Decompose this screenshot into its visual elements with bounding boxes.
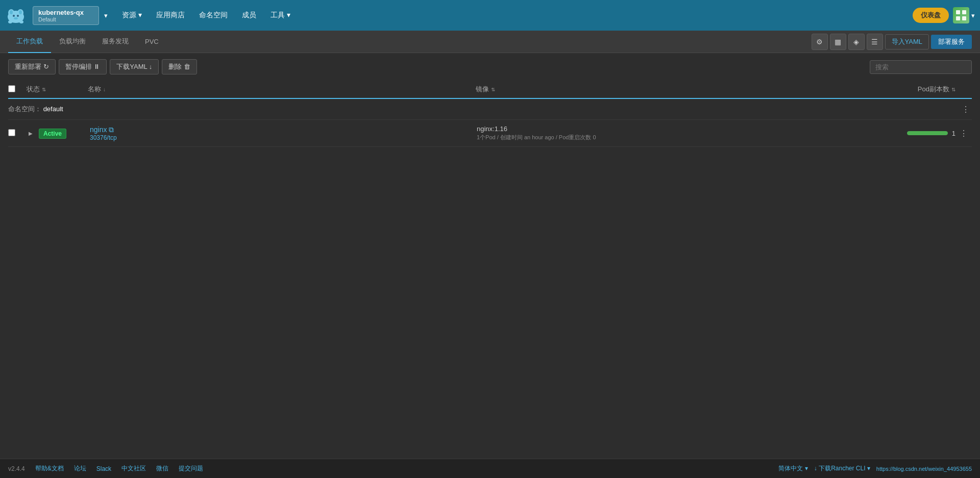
svg-point-4 xyxy=(19,10,22,14)
expand-icon[interactable]: ▶ xyxy=(27,129,35,137)
footer-issues-link[interactable]: 提交问题 xyxy=(179,464,203,473)
row-image-cell: nginx:1.16 1个Pod / 创建时间 an hour ago / Po… xyxy=(477,125,864,141)
group-label: 命名空间： default xyxy=(8,105,63,114)
logo-icon xyxy=(5,6,27,25)
svg-rect-11 xyxy=(962,10,966,14)
status-sort-icon[interactable]: ⇅ xyxy=(42,87,46,92)
footer-right: 简体中文 ▾ ↓ 下载Rancher CLI ▾ https://blog.cs… xyxy=(778,464,972,473)
user-avatar[interactable] xyxy=(953,7,969,23)
tab-service-discovery[interactable]: 服务发现 xyxy=(94,31,137,53)
nav-tools[interactable]: 工具 ▾ xyxy=(264,8,297,23)
footer-forum-link[interactable]: 论坛 xyxy=(74,464,86,473)
replica-count: 1 xyxy=(952,130,955,137)
redeploy-button[interactable]: 重新部署 ↻ xyxy=(8,59,56,74)
user-dropdown-icon[interactable]: ▾ xyxy=(971,12,975,19)
row-name-cell: nginx ⧉ 30376/tcp xyxy=(88,125,477,141)
svg-point-3 xyxy=(10,10,13,14)
row-status-cell: Active xyxy=(39,130,88,137)
footer-community-link[interactable]: 中文社区 xyxy=(121,464,146,473)
footer-url: https://blog.csdn.net/weixin_44953655 xyxy=(876,466,972,472)
image-sort-icon[interactable]: ⇅ xyxy=(491,87,495,92)
delete-label: 删除 🗑 xyxy=(168,62,190,71)
th-status: 状态 ⇅ xyxy=(27,85,88,94)
group-row-default: 命名空间： default ⋮ xyxy=(8,99,972,120)
deploy-service-button[interactable]: 部署服务 xyxy=(931,35,972,49)
delete-button[interactable]: 删除 🗑 xyxy=(162,59,197,74)
th-image: 镜像 ⇅ xyxy=(476,85,864,94)
cluster-selector-wrapper: kubernetes-qx Default ▾ xyxy=(33,6,108,25)
search-input[interactable] xyxy=(870,60,972,74)
svg-rect-10 xyxy=(956,10,960,14)
svg-rect-12 xyxy=(956,16,960,20)
import-yaml-button[interactable]: 导入YAML xyxy=(885,34,929,49)
image-name: nginx:1.16 xyxy=(477,125,864,133)
toolbar: 重新部署 ↻ 暂停编排 ⏸ 下载YAML ↓ 删除 🗑 xyxy=(0,53,980,81)
th-name: 名称 ↓ xyxy=(88,85,476,94)
image-meta: 1个Pod / 创建时间 an hour ago / Pod重启次数 0 xyxy=(477,134,864,141)
tab-pvc[interactable]: PVC xyxy=(137,32,167,53)
table-row: ▶ Active nginx ⧉ 30376/tcp nginx:1.16 1个… xyxy=(8,120,972,147)
svg-point-8 xyxy=(8,20,12,23)
dashboard-button[interactable]: 仪表盘 xyxy=(913,8,949,23)
nav-resources[interactable]: 资源 ▾ xyxy=(116,8,148,23)
pause-button[interactable]: 暂停编排 ⏸ xyxy=(59,59,107,74)
cluster-selector[interactable]: kubernetes-qx Default xyxy=(33,6,99,25)
service-name-text[interactable]: nginx xyxy=(90,125,107,134)
replicas-progress-bar xyxy=(907,131,948,135)
pause-label: 暂停编排 ⏸ xyxy=(65,62,101,71)
row-checkbox-cell xyxy=(8,129,27,138)
tab-loadbalancer[interactable]: 负载均衡 xyxy=(51,31,94,53)
nav-appstore[interactable]: 应用商店 xyxy=(150,8,191,23)
footer: v2.4.4 帮助&文档 论坛 Slack 中文社区 微信 提交问题 简体中文 … xyxy=(0,459,980,478)
table-header: 状态 ⇅ 名称 ↓ 镜像 ⇅ Pod副本数 ⇅ xyxy=(8,81,972,99)
row-checkbox[interactable] xyxy=(8,129,15,136)
svg-rect-13 xyxy=(962,16,966,20)
download-yaml-button[interactable]: 下载YAML ↓ xyxy=(110,59,159,74)
list-icon-btn[interactable]: ☰ xyxy=(867,34,883,50)
th-replicas: Pod副本数 ⇅ xyxy=(864,85,955,94)
settings-icon-btn[interactable]: ⚙ xyxy=(812,34,828,50)
nav-namespace[interactable]: 命名空间 xyxy=(193,8,234,23)
replicas-progress-fill xyxy=(907,131,948,135)
svg-point-9 xyxy=(19,20,23,23)
row-replicas-cell: 1 xyxy=(864,130,955,137)
logo-area xyxy=(5,6,27,25)
nav-menu: 资源 ▾ 应用商店 命名空间 成员 工具 ▾ xyxy=(116,8,297,23)
download-label: 下载YAML ↓ xyxy=(116,62,152,71)
layers-icon-btn[interactable]: ◈ xyxy=(848,34,865,50)
service-link-icon[interactable]: ⧉ xyxy=(109,125,114,134)
select-all-checkbox[interactable] xyxy=(8,85,15,92)
footer-cli-link[interactable]: ↓ 下载Rancher CLI ▾ xyxy=(814,464,870,473)
user-avatar-area: ▾ xyxy=(953,7,975,23)
svg-point-5 xyxy=(13,15,15,17)
name-sort-icon[interactable]: ↓ xyxy=(103,87,106,92)
sub-nav-actions: ⚙ ▦ ◈ ☰ 导入YAML 部署服务 xyxy=(812,34,972,50)
status-badge: Active xyxy=(39,129,66,139)
footer-wechat-link[interactable]: 微信 xyxy=(156,464,168,473)
sub-nav-tabs: 工作负载 负载均衡 服务发现 PVC xyxy=(8,31,167,53)
table-area: 状态 ⇅ 名称 ↓ 镜像 ⇅ Pod副本数 ⇅ 命名空间： default ⋮ … xyxy=(0,81,980,459)
replicas-sort-icon[interactable]: ⇅ xyxy=(951,87,955,92)
tab-workload[interactable]: 工作负载 xyxy=(8,31,51,53)
nav-members[interactable]: 成员 xyxy=(236,8,262,23)
cluster-dropdown-icon[interactable]: ▾ xyxy=(104,12,108,19)
cluster-sub: Default xyxy=(38,16,56,22)
sub-nav: 工作负载 负载均衡 服务发现 PVC ⚙ ▦ ◈ ☰ 导入YAML 部署服务 xyxy=(0,31,980,53)
grid-icon-btn[interactable]: ▦ xyxy=(830,34,846,50)
service-port: 30376/tcp xyxy=(90,134,477,141)
svg-point-6 xyxy=(17,15,19,17)
footer-lang-link[interactable]: 简体中文 ▾ xyxy=(778,464,807,473)
footer-slack-link[interactable]: Slack xyxy=(96,465,111,472)
th-checkbox[interactable] xyxy=(8,85,27,94)
row-expand-cell: ▶ xyxy=(27,129,39,137)
version-text: v2.4.4 xyxy=(8,465,25,472)
group-more-button[interactable]: ⋮ xyxy=(960,103,972,115)
row-more-button[interactable]: ⋮ xyxy=(958,127,970,139)
cluster-name: kubernetes-qx xyxy=(38,9,84,16)
redeploy-label: 重新部署 ↻ xyxy=(15,62,49,71)
footer-docs-link[interactable]: 帮助&文档 xyxy=(35,464,64,473)
top-nav: kubernetes-qx Default ▾ 资源 ▾ 应用商店 命名空间 成… xyxy=(0,0,980,31)
svg-point-7 xyxy=(14,17,18,19)
service-name: nginx ⧉ xyxy=(90,125,477,134)
